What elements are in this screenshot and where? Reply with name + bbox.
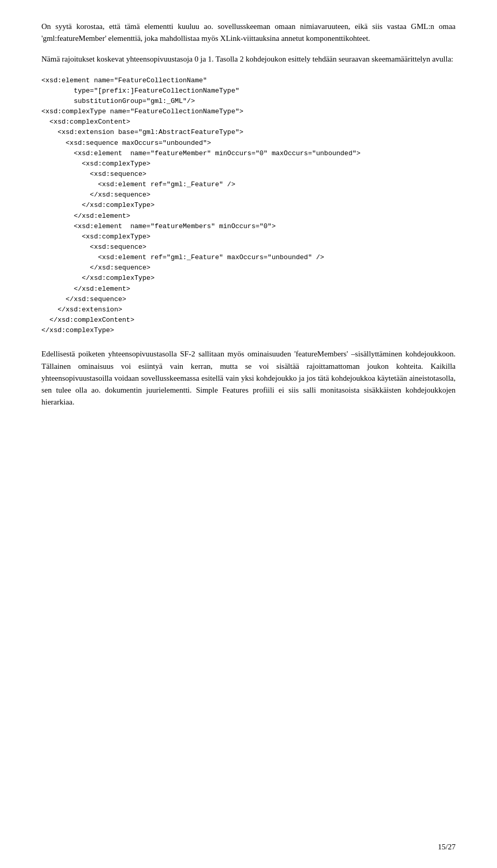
paragraph-3: Edellisestä poiketen yhteensopivuustasol… <box>41 348 456 408</box>
paragraph-1: On syytä korostaa, että tämä elementti k… <box>41 21 456 45</box>
page-content: On syytä korostaa, että tämä elementti k… <box>41 21 456 409</box>
page-footer: 15/27 <box>438 841 456 853</box>
xml-code-block: <xsd:element name="FeatureCollectionName… <box>41 76 456 336</box>
page-number: 15/27 <box>438 843 456 851</box>
paragraph-2: Nämä rajoitukset koskevat yhteensopivuus… <box>41 53 456 65</box>
